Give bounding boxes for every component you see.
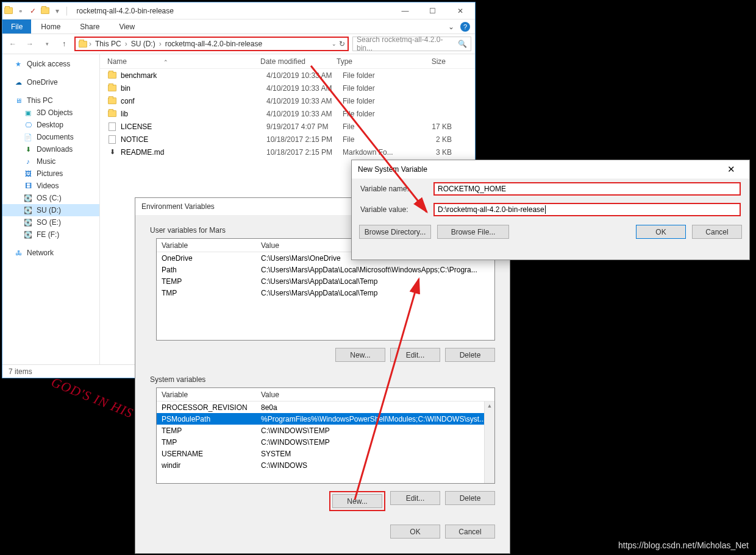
picture-icon: 🖼 [23,169,33,179]
crumb-thispc[interactable]: This PC [93,40,124,48]
file-row[interactable]: benchmark4/10/2019 10:33 AMFile folder [100,69,475,82]
var-row[interactable]: TMPC:\WINDOWS\TEMP [157,436,494,448]
help-icon[interactable]: ? [460,22,470,32]
file-row[interactable]: NOTICE10/18/2017 2:15 PMFile2 KB [100,133,475,146]
download-icon: ⬇ [23,144,33,154]
sidebar-network[interactable]: 🖧Network [2,247,99,259]
maximize-button[interactable]: ☐ [419,2,446,19]
crumb-folder[interactable]: rocketmq-all-4.2.0-bin-release [163,40,265,48]
sidebar: ★Quick access ☁OneDrive 🖥This PC ▣3D Obj… [2,54,100,364]
file-row[interactable]: LICENSE9/19/2017 4:07 PMFile17 KB [100,120,475,133]
view-tab[interactable]: View [109,20,144,34]
file-row[interactable]: bin4/10/2019 10:33 AMFile folder [100,82,475,94]
folder-app-icon [4,6,13,16]
folder-icon [107,83,117,93]
env-ok-button[interactable]: OK [390,525,440,539]
sidebar-desktop[interactable]: 🖵Desktop [2,119,99,131]
scrollbar[interactable]: ▲ [484,401,494,483]
sidebar-onedrive[interactable]: ☁OneDrive [2,76,99,88]
refresh-icon[interactable]: ↻ [339,40,345,48]
sidebar-thispc[interactable]: 🖥This PC [2,94,99,107]
search-input[interactable]: Search rocketmq-all-4.2.0-bin... 🔍 [352,37,471,51]
sidebar-videos[interactable]: 🎞Videos [2,180,99,192]
sys-delete-button[interactable]: Delete [445,491,495,505]
drive-icon: 💽 [23,217,33,227]
address-bar[interactable]: › This PC › SU (D:) › rocketmq-all-4.2.0… [74,37,349,51]
newvar-close-icon[interactable]: ✕ [719,164,743,175]
var-row[interactable]: TEMPC:\Users\Mars\AppData\Local\Temp [157,275,494,287]
env-cancel-button[interactable]: Cancel [445,525,495,539]
navbar: ← → ▾ ↑ › This PC › SU (D:) › rocketmq-a… [2,34,475,54]
sys-vars-list[interactable]: VariableValue PROCESSOR_REVISION8e0aPSMo… [156,387,495,484]
sidebar-downloads[interactable]: ⬇Downloads [2,143,99,155]
user-new-button[interactable]: New... [335,348,385,362]
sys-vars-label: System variables [135,364,510,386]
user-delete-button[interactable]: Delete [445,348,495,362]
qat-newfolder-icon[interactable] [40,6,50,16]
var-row[interactable]: TMPC:\Users\Mars\AppData\Local\Temp [157,287,494,299]
star-icon: ★ [13,59,23,69]
browse-file-button[interactable]: Browse File... [437,225,509,239]
user-edit-button[interactable]: Edit... [390,348,440,362]
document-icon: 📄 [23,132,33,142]
file-row[interactable]: conf4/10/2019 10:33 AMFile folder [100,94,475,107]
sys-new-button[interactable]: New... [332,494,382,508]
newvar-cancel-button[interactable]: Cancel [692,225,742,239]
drive-icon: 💽 [23,205,33,215]
address-dropdown-icon[interactable]: ⌄ [332,41,337,47]
var-row[interactable]: TEMPC:\WINDOWS\TEMP [157,425,494,436]
address-folder-icon [78,39,88,49]
network-icon: 🖧 [13,248,23,258]
close-button[interactable]: ✕ [446,2,474,19]
var-row[interactable]: windirC:\WINDOWS [157,459,494,471]
sidebar-documents[interactable]: 📄Documents [2,131,99,143]
ribbon: File Home Share View ⌄ ? [2,19,475,34]
sys-edit-button[interactable]: Edit... [390,491,440,505]
watermark-text: GOD'S IN HIS [49,374,135,422]
desktop-icon: 🖵 [23,120,33,130]
md-icon: ⬇ [107,147,117,157]
file-row[interactable]: lib4/10/2019 10:33 AMFile folder [100,107,475,120]
minimize-button[interactable]: — [391,2,419,19]
ribbon-expand-icon[interactable]: ⌄ [448,23,454,31]
sidebar-drive-e[interactable]: 💽SO (E:) [2,216,99,228]
sidebar-drive-c[interactable]: 💽OS (C:) [2,192,99,204]
sidebar-drive-d[interactable]: 💽SU (D:) [2,204,99,216]
sidebar-drive-f[interactable]: 💽FE (F:) [2,228,99,241]
search-icon[interactable]: 🔍 [458,40,467,48]
browse-dir-button[interactable]: Browse Directory... [359,225,431,239]
folder-icon [107,109,117,119]
var-value-label: Variable value: [360,205,426,214]
crumb-drive[interactable]: SU (D:) [129,40,158,48]
sidebar-pictures[interactable]: 🖼Pictures [2,168,99,180]
column-headers[interactable]: Name⌃ Date modified Type Size [100,54,475,69]
var-row[interactable]: PROCESSOR_REVISION8e0a [157,401,494,413]
var-value-input[interactable]: D:\rocketmq-all-4.2.0-bin-release [433,203,741,216]
qat-dropdown-icon[interactable]: ▾ [52,6,62,16]
sidebar-3dobjects[interactable]: ▣3D Objects [2,107,99,119]
sidebar-music[interactable]: ♪Music [2,155,99,168]
nav-forward-icon: → [23,37,37,51]
nav-back-icon[interactable]: ← [6,37,20,51]
qat-properties-icon[interactable]: ▫ [16,6,26,16]
file-tab[interactable]: File [2,19,31,34]
music-icon: ♪ [23,157,33,166]
home-tab[interactable]: Home [31,20,70,34]
qat-check-icon[interactable]: ✓ [28,6,38,16]
titlebar: ▫ ✓ ▾ │ rocketmq-all-4.2.0-bin-release —… [2,2,475,19]
nav-recent-icon[interactable]: ▾ [40,37,54,51]
file-icon [107,135,117,144]
newvar-ok-button[interactable]: OK [636,225,686,239]
file-row[interactable]: ⬇README.md10/18/2017 2:15 PMMarkdown Fo.… [100,146,475,158]
var-row[interactable]: PSModulePath%ProgramFiles%\WindowsPowerS… [157,413,494,425]
var-row[interactable]: USERNAMESYSTEM [157,448,494,459]
nav-up-icon[interactable]: ↑ [57,37,71,51]
new-var-dialog: New System Variable✕ Variable name: ROCK… [351,160,750,260]
var-name-label: Variable name: [360,185,426,193]
sidebar-quick-access[interactable]: ★Quick access [2,58,99,70]
file-icon [107,122,117,132]
var-name-input[interactable]: ROCKETMQ_HOME [433,182,741,196]
var-row[interactable]: PathC:\Users\Mars\AppData\Local\Microsof… [157,264,494,275]
share-tab[interactable]: Share [70,20,109,34]
folder-icon [107,96,117,106]
